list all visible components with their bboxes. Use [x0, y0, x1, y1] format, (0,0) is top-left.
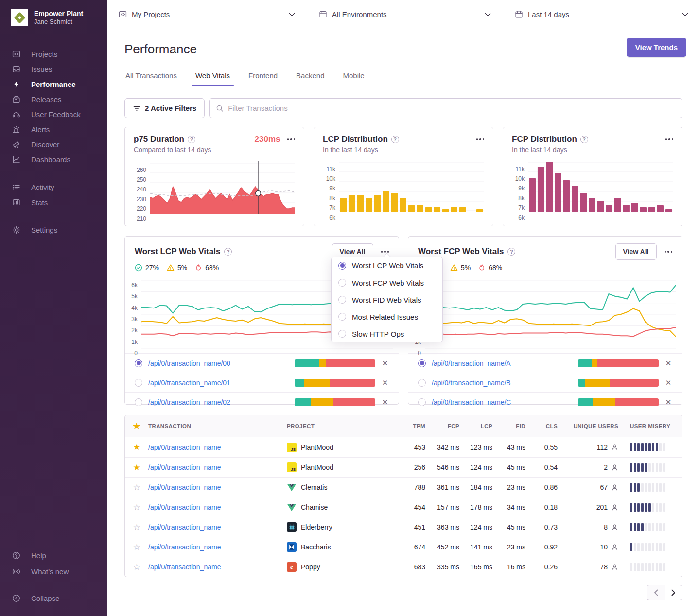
menu-item-worst-lcp-web-vitals[interactable]: Worst LCP Web Vitals: [332, 257, 442, 274]
sidebar-item-stats[interactable]: Stats: [0, 195, 107, 210]
vital-stat-value: 68%: [205, 264, 219, 272]
transaction-link[interactable]: /api/0/transaction_name: [148, 523, 221, 531]
daterange-selector[interactable]: Last 14 days: [503, 0, 700, 29]
transaction-link[interactable]: /api/0/transaction_name: [148, 563, 221, 571]
transaction-link[interactable]: /api/0/transaction_name/02: [148, 398, 230, 406]
project-selector[interactable]: My Projects: [107, 0, 307, 29]
close-icon[interactable]: ✕: [381, 398, 389, 407]
transaction-link[interactable]: /api/0/transaction_name/B: [432, 379, 511, 387]
sidebar-item-alerts[interactable]: Alerts: [0, 122, 107, 137]
tab-backend[interactable]: Backend: [295, 71, 325, 86]
unique-users-value: 2: [604, 463, 608, 471]
help-icon[interactable]: ?: [224, 248, 232, 256]
menu-item-worst-fcp-web-vitals[interactable]: Worst FCP Web Vitals: [332, 274, 442, 291]
close-icon[interactable]: ✕: [665, 378, 672, 387]
transaction-radio[interactable]: [418, 398, 426, 406]
tab-web-vitals[interactable]: Web Vitals: [194, 71, 231, 86]
tab-all-transactions[interactable]: All Transactions: [124, 71, 178, 86]
star-toggle[interactable]: ☆: [133, 563, 140, 572]
tab-frontend[interactable]: Frontend: [247, 71, 279, 86]
lcp-dist-subtitle: In the last 14 days: [323, 146, 484, 154]
transaction-link[interactable]: /api/0/transaction_name/C: [432, 398, 511, 406]
sidebar-item-performance[interactable]: Performance: [0, 77, 107, 92]
lcp-dist-y-axis: 11k10k9k8k7k6k: [323, 160, 339, 215]
transaction-link[interactable]: /api/0/transaction_name: [148, 503, 221, 511]
transaction-radio[interactable]: [418, 359, 426, 367]
star-toggle[interactable]: ★: [133, 443, 140, 452]
sidebar-item-releases[interactable]: Releases: [0, 92, 107, 107]
environment-selector[interactable]: All Environments: [307, 0, 503, 29]
sidebar-item-collapse[interactable]: Collapse: [0, 590, 107, 606]
fcp-distribution-card: FCP Distribution? In the last 14 days 11…: [503, 127, 682, 226]
sidebar-item-whatsnew[interactable]: What’s new: [0, 564, 107, 580]
search-input[interactable]: [228, 104, 676, 112]
transaction-radio[interactable]: [418, 379, 426, 387]
search-box: [209, 98, 682, 118]
close-icon[interactable]: ✕: [381, 359, 389, 368]
card-menu-icon[interactable]: [287, 137, 296, 142]
sidebar-item-feedback[interactable]: User Feedback: [0, 107, 107, 122]
menu-radio[interactable]: [338, 313, 346, 321]
card-menu-icon[interactable]: [476, 137, 485, 142]
menu-item-worst-fid-web-vitals[interactable]: Worst FID Web Vitals: [332, 291, 442, 308]
transaction-link[interactable]: /api/0/transaction_name: [148, 483, 221, 491]
active-filters-button[interactable]: 2 Active Filters: [124, 98, 205, 118]
star-toggle[interactable]: ☆: [133, 483, 140, 492]
star-column-header-icon[interactable]: ★: [133, 422, 140, 431]
tab-mobile[interactable]: Mobile: [342, 71, 365, 86]
worst-lcp-title: Worst LCP Web Vitals: [135, 247, 220, 257]
javascript-platform-icon: JS: [287, 443, 297, 452]
star-toggle[interactable]: ☆: [133, 503, 140, 512]
sidebar-item-activity[interactable]: Activity: [0, 180, 107, 195]
previous-page-button[interactable]: [647, 585, 665, 600]
activity-icon: [12, 183, 20, 191]
card-menu-icon[interactable]: [665, 137, 674, 142]
menu-radio[interactable]: [338, 279, 346, 287]
sidebar-footer: HelpWhat’s newCollapse: [0, 548, 107, 616]
sidebar-item-dashboards[interactable]: Dashboards: [0, 152, 107, 167]
transaction-link[interactable]: /api/0/transaction_name/01: [148, 379, 230, 387]
star-toggle[interactable]: ★: [133, 463, 140, 472]
menu-item-label: Worst LCP Web Vitals: [352, 261, 423, 270]
menu-radio[interactable]: [338, 262, 346, 270]
close-icon[interactable]: ✕: [381, 378, 389, 387]
card-menu-icon[interactable]: [665, 249, 673, 255]
help-icon[interactable]: ?: [508, 248, 515, 256]
vital-stat-value: 68%: [489, 264, 502, 272]
sidebar-item-issues[interactable]: Issues: [0, 62, 107, 77]
help-icon[interactable]: ?: [391, 136, 399, 143]
transaction-radio[interactable]: [135, 379, 142, 387]
menu-radio[interactable]: [338, 330, 346, 338]
transaction-link[interactable]: /api/0/transaction_name/A: [432, 359, 511, 367]
help-icon[interactable]: ?: [188, 136, 195, 143]
star-toggle[interactable]: ☆: [133, 543, 140, 552]
transaction-link[interactable]: /api/0/transaction_name/00: [148, 359, 230, 367]
star-toggle[interactable]: ☆: [133, 523, 140, 532]
help-icon[interactable]: ?: [580, 136, 588, 143]
next-page-button[interactable]: [665, 585, 682, 600]
menu-item-most-related-issues[interactable]: Most Related Issues: [332, 308, 442, 325]
view-all-button[interactable]: View All: [615, 243, 657, 260]
transaction-link[interactable]: /api/0/transaction_name: [148, 543, 221, 551]
axis-tick: 8k: [329, 195, 335, 202]
sidebar-item-help[interactable]: Help: [0, 548, 107, 564]
sidebar-item-discover[interactable]: Discover: [0, 137, 107, 152]
close-icon[interactable]: ✕: [665, 398, 672, 407]
axis-tick: 3k: [131, 316, 138, 323]
transaction-link[interactable]: /api/0/transaction_name: [148, 463, 221, 471]
menu-item-slow-http-ops[interactable]: Slow HTTP Ops: [332, 325, 442, 342]
view-trends-button[interactable]: View Trends: [627, 38, 686, 57]
org-switcher[interactable]: Empower Plant Jane Schmidt: [0, 0, 107, 31]
sidebar-item-projects[interactable]: Projects: [0, 47, 107, 62]
fcp-value: 363 ms: [425, 523, 459, 531]
sidebar-item-label: Stats: [31, 198, 48, 206]
transaction-radio[interactable]: [135, 398, 142, 406]
axis-tick: 5k: [131, 293, 138, 300]
user-misery-bar: [630, 503, 665, 512]
close-icon[interactable]: ✕: [665, 359, 672, 368]
sidebar-item-settings[interactable]: Settings: [0, 222, 107, 238]
transaction-link[interactable]: /api/0/transaction_name: [148, 444, 221, 451]
menu-radio[interactable]: [338, 296, 346, 304]
sidebar-item-label: Issues: [31, 65, 52, 73]
transaction-radio[interactable]: [135, 359, 142, 367]
